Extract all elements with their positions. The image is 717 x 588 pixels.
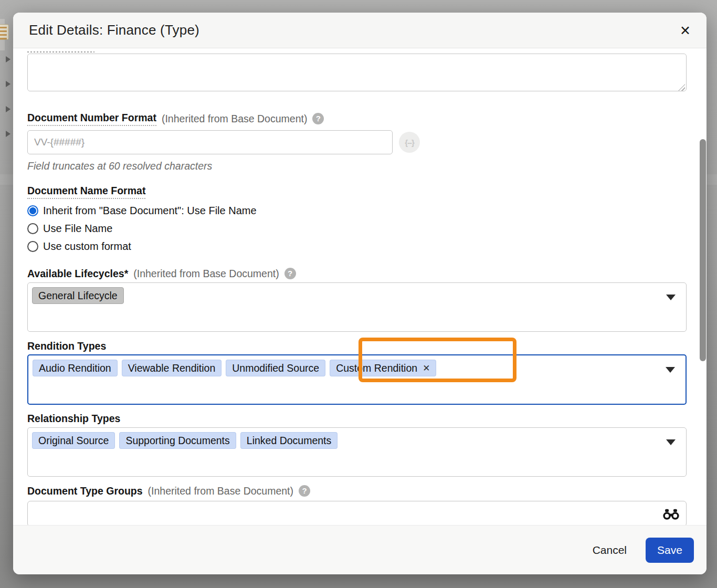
relationship-types-label: Relationship Types	[27, 412, 120, 425]
truncated-label-underline	[27, 51, 94, 52]
radio-use-custom-format[interactable]: Use custom format	[27, 239, 687, 253]
inherited-note: (Inherited from Base Document)	[148, 485, 293, 497]
truncation-note: Field truncates at 60 resolved character…	[27, 160, 687, 172]
chevron-right-icon	[6, 131, 10, 137]
binoculars-search-icon[interactable]	[663, 508, 679, 520]
edit-details-modal: Edit Details: Finance (Type) ✕ Document …	[13, 13, 707, 574]
rendition-token-custom[interactable]: Custom Rendition ✕	[330, 360, 436, 376]
doc-number-format-input[interactable]	[27, 130, 393, 154]
document-icon	[0, 24, 9, 40]
relationship-types-multiselect[interactable]: Original Source Supporting Documents Lin…	[27, 427, 687, 477]
doc-name-format-label: Document Name Format	[27, 184, 145, 199]
rendition-token[interactable]: Viewable Rendition	[122, 360, 222, 376]
page-scrollbar-thumb[interactable]	[700, 139, 706, 361]
modal-header: Edit Details: Finance (Type) ✕	[13, 13, 707, 48]
available-lifecycles-multiselect[interactable]: General Lifecycle	[27, 282, 687, 332]
available-lifecycles-label: Available Lifecycles*	[27, 267, 128, 280]
chevron-right-icon	[6, 81, 10, 87]
radio-inherit-base-document[interactable]: Inherit from "Base Document": Use File N…	[27, 204, 687, 217]
lifecycle-token[interactable]: General Lifecycle	[32, 287, 124, 304]
insert-token-icon: {--}	[399, 132, 420, 153]
doc-name-format-radio-group: Inherit from "Base Document": Use File N…	[27, 204, 687, 253]
chevron-right-icon	[6, 106, 10, 112]
doc-type-groups-input[interactable]	[27, 501, 687, 527]
radio-unselected-icon[interactable]	[27, 241, 38, 252]
doc-number-format-label: Document Number Format	[27, 111, 156, 126]
cancel-button[interactable]: Cancel	[593, 544, 627, 556]
inherited-note: (Inherited from Base Document)	[133, 267, 279, 280]
relationship-token[interactable]: Linked Documents	[240, 432, 338, 449]
rendition-token[interactable]: Unmodified Source	[226, 360, 325, 376]
doc-type-groups-label: Document Type Groups	[27, 485, 143, 497]
close-icon[interactable]: ✕	[680, 24, 691, 37]
help-icon[interactable]: ?	[284, 268, 296, 279]
dropdown-caret-icon[interactable]	[666, 367, 675, 373]
help-icon[interactable]: ?	[312, 113, 324, 124]
modal-footer: Cancel Save	[13, 525, 707, 574]
inherited-note: (Inherited from Base Document)	[162, 112, 307, 125]
dropdown-caret-icon[interactable]	[666, 439, 676, 445]
rendition-token[interactable]: Audio Rendition	[33, 360, 118, 376]
radio-use-file-name[interactable]: Use File Name	[27, 222, 687, 235]
remove-token-icon[interactable]: ✕	[423, 363, 430, 374]
rendition-types-multiselect[interactable]: Audio Rendition Viewable Rendition Unmod…	[27, 354, 687, 405]
description-textarea[interactable]	[27, 54, 687, 91]
modal-title: Edit Details: Finance (Type)	[29, 22, 199, 38]
save-button[interactable]: Save	[646, 538, 694, 563]
rendition-types-label: Rendition Types	[27, 340, 106, 352]
dropdown-caret-icon[interactable]	[666, 295, 676, 300]
chevron-right-icon	[6, 56, 10, 62]
help-icon[interactable]: ?	[299, 485, 310, 497]
relationship-token[interactable]: Original Source	[32, 432, 115, 449]
radio-selected-icon[interactable]	[27, 205, 38, 216]
radio-unselected-icon[interactable]	[27, 223, 38, 234]
relationship-token[interactable]: Supporting Documents	[119, 432, 236, 449]
